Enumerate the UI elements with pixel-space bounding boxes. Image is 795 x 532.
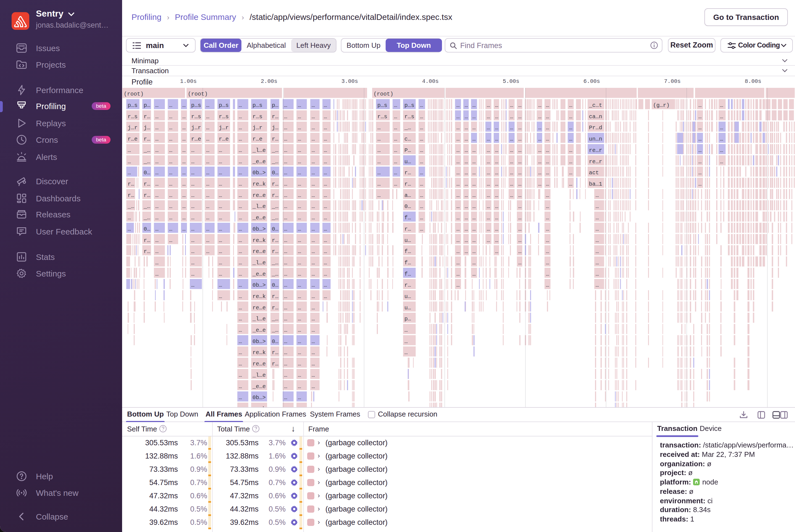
svg-text:…: … <box>456 260 460 266</box>
svg-text:_…: _… <box>404 125 411 131</box>
svg-text:0b…>: 0b…> <box>252 395 266 401</box>
svg-text:…: … <box>546 203 549 210</box>
svg-text:re…e: re…e <box>252 248 266 255</box>
svg-text:…: … <box>487 192 490 198</box>
svg-text:…: … <box>191 237 194 244</box>
svg-text:…: … <box>569 102 572 109</box>
svg-text:re…e: re…e <box>252 361 266 367</box>
svg-text:…: … <box>487 147 490 154</box>
svg-text:…: … <box>239 114 242 120</box>
svg-text:p…s: p…s <box>404 102 414 109</box>
svg-text:…: … <box>155 114 158 120</box>
svg-text:…: … <box>377 170 381 176</box>
svg-text:…: … <box>546 181 549 187</box>
svg-text:…: … <box>456 226 460 232</box>
svg-text:…: … <box>510 147 513 154</box>
svg-text:…: … <box>518 215 522 221</box>
svg-text:…: … <box>324 136 327 142</box>
svg-text:…: … <box>377 125 381 131</box>
svg-text:…: … <box>182 147 186 154</box>
svg-text:…: … <box>472 114 476 120</box>
svg-text:f…: f… <box>404 260 411 266</box>
svg-text:…: … <box>284 114 287 120</box>
svg-text:re…e: re…e <box>252 192 266 198</box>
svg-text:…: … <box>219 282 222 288</box>
svg-text:(root): (root) <box>374 91 393 97</box>
svg-text:…: … <box>487 215 490 221</box>
svg-text:0b…>: 0b…> <box>252 338 266 345</box>
svg-text:…: … <box>698 181 702 187</box>
svg-text:…: … <box>239 395 242 401</box>
svg-text:…: … <box>298 237 301 244</box>
svg-text:…: … <box>284 338 287 345</box>
svg-text:…: … <box>456 136 460 142</box>
svg-text:…: … <box>239 136 242 142</box>
svg-text:…: … <box>298 215 301 221</box>
svg-text:…: … <box>311 349 315 356</box>
svg-text:_…: _… <box>144 147 150 154</box>
svg-text:…: … <box>472 136 476 142</box>
svg-text:…: … <box>456 192 460 198</box>
svg-text:…: … <box>495 102 498 109</box>
svg-text:r…e: r…e <box>252 136 262 142</box>
svg-text:…: … <box>487 181 490 187</box>
svg-text:…: … <box>298 282 301 288</box>
svg-text:…: … <box>182 136 186 142</box>
svg-text:…: … <box>324 260 327 266</box>
svg-text:…: … <box>394 125 397 131</box>
svg-text:…: … <box>206 215 209 221</box>
svg-text:0…: 0… <box>404 203 411 210</box>
svg-text:…: … <box>239 237 242 244</box>
svg-text:…: … <box>518 192 522 198</box>
svg-text:…: … <box>420 114 423 120</box>
svg-text:r…e: r…e <box>191 136 201 142</box>
svg-text:…: … <box>698 125 702 131</box>
svg-text:…: … <box>169 102 172 109</box>
svg-text:…: … <box>239 125 242 131</box>
svg-text:…: … <box>206 237 209 244</box>
svg-text:…: … <box>311 237 315 244</box>
svg-text:…: … <box>420 102 423 109</box>
svg-text:…: … <box>311 147 315 154</box>
svg-text:…: … <box>311 170 315 176</box>
svg-text:…: … <box>311 305 315 311</box>
svg-text:…: … <box>155 215 158 221</box>
svg-text:…: … <box>595 271 599 277</box>
svg-text:…: … <box>284 361 287 367</box>
svg-text:…: … <box>169 192 172 198</box>
svg-text:…: … <box>284 349 287 356</box>
svg-text:…: … <box>191 271 194 277</box>
svg-text:…: … <box>239 147 242 154</box>
svg-text:r…s: r…s <box>219 114 229 120</box>
svg-text:…: … <box>538 114 542 120</box>
svg-text:…: … <box>284 136 287 142</box>
svg-text:…: … <box>284 181 287 187</box>
svg-text:…: … <box>191 260 194 266</box>
svg-text:…: … <box>510 192 513 198</box>
svg-text:…: … <box>465 102 468 109</box>
svg-text:…: … <box>495 203 498 210</box>
svg-text:…: … <box>169 125 172 131</box>
svg-text:…: … <box>456 158 460 165</box>
svg-text:…: … <box>298 372 301 378</box>
svg-text:…: … <box>284 203 287 210</box>
svg-text:…: … <box>394 114 397 120</box>
svg-text:…: … <box>239 349 242 356</box>
svg-text:…: … <box>298 305 301 311</box>
svg-text:…: … <box>487 203 490 210</box>
svg-text:f…: f… <box>404 215 411 221</box>
svg-text:…: … <box>487 102 490 109</box>
svg-text:…: … <box>191 248 194 255</box>
svg-text:…: … <box>324 226 327 232</box>
svg-text:…: … <box>169 158 172 165</box>
svg-text:…: … <box>546 136 549 142</box>
svg-text:…: … <box>456 125 460 131</box>
svg-text:f…: f… <box>404 248 411 255</box>
svg-text:…: … <box>324 203 327 210</box>
svg-text:…: … <box>456 181 460 187</box>
svg-text:…: … <box>206 125 209 131</box>
svg-text:r…: r… <box>144 248 150 255</box>
svg-text:…: … <box>420 170 423 176</box>
svg-text:…: … <box>456 271 460 277</box>
svg-text:…: … <box>206 114 209 120</box>
